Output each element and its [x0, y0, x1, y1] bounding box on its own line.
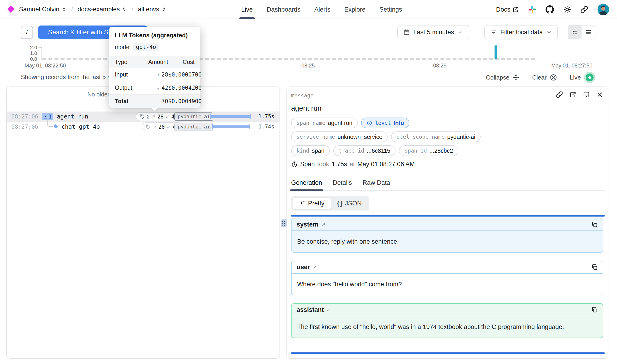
pretty-mode-button[interactable]: Pretty: [292, 198, 331, 209]
input-tokens: 28: [157, 114, 164, 120]
row-amount: 28: [161, 71, 168, 78]
input-arrow-glyph: ↗: [157, 72, 160, 78]
record-kind-label: message: [291, 92, 314, 99]
sparkle-icon: [299, 200, 305, 207]
theme-toggle-button[interactable]: [563, 6, 571, 13]
clear-button[interactable]: Clear: [532, 74, 557, 81]
open-in-new-button[interactable]: [569, 91, 577, 98]
span-id-badge[interactable]: span_id ...28cbc2: [399, 145, 458, 156]
tag-icon: [146, 125, 151, 129]
scope-tag[interactable]: pydantic-ai: [174, 112, 213, 121]
github-icon: [546, 5, 554, 14]
trace-row-time: 08:27:06: [11, 113, 38, 120]
message-header: user ↗: [291, 261, 603, 273]
share-link-button[interactable]: [580, 6, 588, 13]
docs-link[interactable]: Docs: [496, 6, 519, 13]
kind-badge[interactable]: kind span: [291, 145, 330, 156]
tag-icon: [140, 114, 145, 119]
close-panel-button[interactable]: [596, 91, 603, 98]
panel-resize-handle[interactable]: [281, 219, 287, 227]
badge-value: ...6c8115: [367, 147, 390, 154]
sigma-glyph: Σ: [147, 114, 150, 120]
tree-view-toggle[interactable]: [568, 26, 581, 39]
span-name-badge[interactable]: span_name agent run: [291, 117, 358, 128]
sun-icon: [563, 6, 571, 13]
duration-bar[interactable]: [212, 125, 249, 128]
badge-value: pydantic-ai: [447, 133, 475, 140]
org-selector[interactable]: Samuel Colvin: [19, 6, 66, 13]
clear-label: Clear: [532, 74, 547, 81]
tab-raw-data[interactable]: Raw Data: [363, 179, 390, 190]
environment-name: all envs: [138, 6, 159, 13]
updown-chevron-icon: [161, 7, 166, 12]
row-type: Total: [115, 98, 144, 104]
stopwatch-icon: [291, 161, 298, 168]
github-button[interactable]: [546, 5, 554, 14]
nav-tab-settings[interactable]: Settings: [380, 0, 402, 19]
trace-row-chat-gpt-4o[interactable]: 08:27:06 chat gpt-4o ↗ 28 ↙ 42 pydantic-…: [7, 122, 279, 132]
slack-button[interactable]: [528, 6, 536, 13]
user-avatar[interactable]: [598, 4, 609, 15]
duration-text: 1.74s: [258, 124, 275, 130]
chevron-down-icon: [458, 29, 463, 35]
copy-message-button[interactable]: [591, 264, 598, 270]
otel-scope-badge[interactable]: otel_scope_name pydantic-ai: [391, 131, 481, 142]
list-view-toggle[interactable]: [581, 26, 595, 39]
y-tick-mark: [39, 59, 41, 59]
duration-bar[interactable]: [210, 115, 251, 118]
copy-link-button[interactable]: [556, 91, 563, 98]
copy-message-button[interactable]: [591, 307, 598, 313]
message-card-user: user ↗ Where does "hello world" come fro…: [291, 260, 603, 295]
output-arrow-glyph: ↙: [327, 307, 331, 313]
message-card-assistant: assistant ↙ The first known use of "hell…: [291, 303, 603, 338]
span-duration-line: Span took 1.75s at May 01 08:27:06 AM: [291, 161, 415, 168]
time-range-selector[interactable]: Last 5 minutes: [397, 25, 469, 39]
duration-text: 1.75s: [258, 113, 275, 119]
project-selector[interactable]: docs-examples: [78, 6, 127, 13]
live-toggle[interactable]: Live: [570, 72, 595, 83]
tooltip-caret: [151, 108, 158, 111]
nav-tab-live[interactable]: Live: [241, 0, 253, 19]
trace-id-badge[interactable]: trace_id ...6c8115: [333, 145, 396, 156]
badge-value: unknown_service: [338, 133, 382, 140]
x-tick-mark: [592, 59, 592, 63]
environment-selector[interactable]: all envs: [138, 6, 167, 13]
tab-generation[interactable]: Generation: [291, 179, 322, 190]
copy-icon: [591, 307, 598, 313]
updown-chevron-icon: [122, 7, 127, 12]
clear-circle-x-icon: [550, 74, 557, 81]
level-badge[interactable]: level Info: [361, 117, 409, 128]
row-type: Output: [115, 84, 144, 91]
span-detail-panel: message agent run span_name agent run: [287, 87, 608, 359]
no-older-records-text: No older: [87, 91, 109, 98]
filter-local-data-button[interactable]: Filter local data: [484, 25, 558, 39]
dock-panel-button[interactable]: [583, 91, 590, 98]
filter-label: Filter local data: [500, 29, 543, 36]
tokens-row-total: Total 70 $0.0004900: [109, 95, 200, 108]
message-header: system ↗: [291, 218, 603, 231]
y-tick-label: 2.0: [23, 44, 37, 51]
timeline-record-bar[interactable]: [495, 45, 497, 59]
tab-details[interactable]: Details: [333, 179, 352, 190]
x-tick-label-start: May 01. 08:22:50: [25, 63, 66, 69]
breadcrumb-separator: /: [70, 6, 74, 13]
message-role: system: [297, 221, 318, 228]
message-header: assistant ↙: [291, 304, 603, 316]
copy-message-button[interactable]: [591, 221, 598, 228]
breadcrumb: Samuel Colvin / docs-examples / all envs: [0, 6, 166, 13]
updown-chevron-icon: [62, 7, 66, 12]
tooltip-title: LLM Tokens (aggregated): [109, 32, 200, 39]
collapse-button[interactable]: Collapse: [486, 74, 520, 81]
logfire-logo-icon: [7, 6, 14, 13]
square-minus-icon: [43, 114, 48, 119]
trace-row-time: 08:27:06: [11, 124, 38, 130]
nav-tab-alerts[interactable]: Alerts: [314, 0, 330, 19]
scope-tag[interactable]: pydantic-ai: [174, 123, 213, 131]
close-icon: [596, 91, 603, 98]
row-amount: 42: [161, 85, 168, 91]
json-mode-button[interactable]: { } JSON: [331, 198, 368, 209]
duration-value: 1.75s: [332, 161, 347, 168]
service-name-badge[interactable]: service_name unknown_service: [291, 131, 388, 142]
nav-tab-explore[interactable]: Explore: [344, 0, 366, 19]
nav-tab-dashboards[interactable]: Dashboards: [267, 0, 301, 19]
